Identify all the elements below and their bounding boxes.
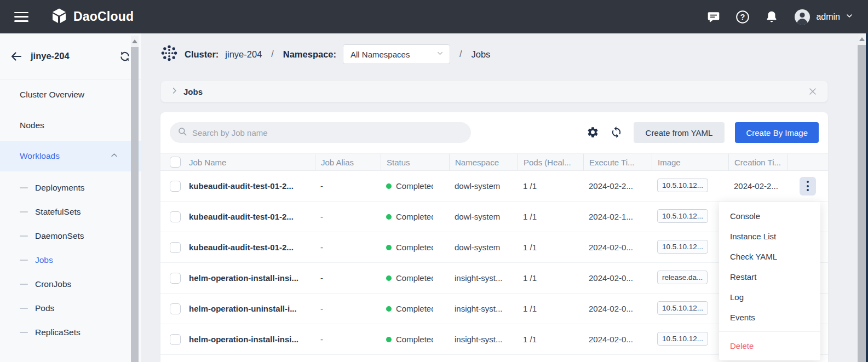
select-all-checkbox[interactable] [170,157,181,168]
dash-icon [20,211,28,212]
search-icon [177,127,187,139]
sidebar-item-statefulsets[interactable]: StatefulSets [0,200,141,224]
status-text: Completed [396,243,433,252]
status-text: Completed [396,335,433,344]
table-row: kubeaudit-audit-test-01-2... - Completed… [160,171,828,202]
sidebar-item-replicasets[interactable]: ReplicaSets [0,320,141,344]
cluster-dots-icon [160,44,178,64]
namespace-label: Namespace: [283,49,336,60]
row-checkbox[interactable] [170,242,181,253]
menu-item-check-yaml[interactable]: Check YAML [719,246,820,267]
status-text: Completed [396,181,433,191]
daocloud-logo-icon [50,7,68,27]
col-image: Image [652,154,728,170]
brand: DaoCloud [50,7,134,27]
create-by-image-button[interactable]: Create By Image [735,122,819,143]
topbar: DaoCloud ? [0,0,868,33]
sidebar-item-daemonsets[interactable]: DaemonSets [0,224,141,248]
search-box[interactable] [170,122,471,143]
job-name-link[interactable]: kubeaudit-audit-test-01-2... [189,181,294,191]
cluster-value: jinye-204 [225,49,262,60]
sidebar-item-cronjobs[interactable]: CronJobs [0,272,141,296]
row-checkbox[interactable] [170,303,181,314]
row-checkbox[interactable] [170,181,181,192]
close-icon[interactable] [807,86,818,97]
table-header: Job Name Job Alias Status Namespace Pods… [160,153,828,171]
status-dot [386,183,392,189]
page-scrollbar[interactable] [858,33,866,362]
user-menu[interactable]: admin [794,8,854,26]
svg-text:?: ? [740,12,745,21]
search-input[interactable] [192,128,463,137]
job-name-link[interactable]: helm-operation-uninstall-i... [189,304,297,313]
job-name-link[interactable]: helm-operation-install-insi... [189,335,298,344]
status-text: Completed [396,212,433,221]
avatar[interactable] [794,8,811,26]
sidebar-scrollbar[interactable] [131,36,139,362]
tab-title: Jobs [183,87,203,96]
col-job-name: Job Name [189,158,226,167]
breadcrumb-page: Jobs [471,49,490,60]
breadcrumb-separator: / [271,49,273,59]
switch-cluster-icon[interactable] [118,50,131,63]
toolbar: Create from YAML Create By Image [160,112,828,143]
sidebar-item-pods[interactable]: Pods [0,296,141,320]
job-name-link[interactable]: helm-operation-install-insi... [189,273,298,283]
sidebar-header: jinye-204 [0,33,141,79]
sidebar-item-jobs[interactable]: Jobs [0,248,141,272]
sidebar-item-nodes[interactable]: Nodes [0,110,141,141]
window-edge-strip [866,33,868,362]
col-pods: Pods (Heal... [518,154,583,170]
settings-gear-icon[interactable] [587,126,600,139]
menu-item-instance-list[interactable]: Instance List [719,226,820,246]
namespace-select[interactable]: All Namespaces [343,44,450,64]
jobs-tab-bar[interactable]: Jobs [160,81,828,102]
job-name-link[interactable]: kubeaudit-audit-test-01-2... [189,243,294,252]
menu-item-restart[interactable]: Restart [719,267,820,287]
sidebar-item-cluster-overview[interactable]: Cluster Overview [0,79,141,110]
col-actions [787,154,828,170]
dash-icon [20,332,28,333]
row-checkbox[interactable] [170,211,181,222]
menu-item-console[interactable]: Console [719,206,820,226]
col-execute-time: Execute Ti... [583,154,652,170]
image-tag: 10.5.10.12... [657,301,708,315]
chat-icon[interactable] [706,10,721,24]
app-window: DaoCloud ? [0,0,868,362]
col-status: Status [381,154,449,170]
image-tag: 10.5.10.12... [657,332,708,346]
menu-item-delete[interactable]: Delete [719,336,820,356]
sidebar-item-workloads[interactable]: Workloads [0,141,141,171]
topbar-actions: ? admin [706,8,854,26]
row-checkbox[interactable] [170,334,181,345]
image-tag: 10.5.10.12... [657,240,708,254]
create-from-yaml-button[interactable]: Create from YAML [634,122,725,143]
image-tag: 10.5.10.12... [657,179,708,192]
brand-name: DaoCloud [73,9,134,24]
job-name-link[interactable]: kubeaudit-audit-test-01-2... [189,212,294,221]
row-checkbox[interactable] [170,273,181,284]
scroll-up-icon[interactable] [859,37,865,41]
namespace-select-value: All Namespaces [350,50,410,59]
help-icon[interactable]: ? [735,10,750,24]
status-text: Completed [396,273,433,283]
chevron-down-icon[interactable] [845,12,854,22]
status-dot [386,275,392,281]
back-arrow-icon[interactable] [10,50,23,63]
row-actions-kebab-icon[interactable] [800,177,816,196]
scroll-up-icon[interactable] [132,39,137,43]
refresh-icon[interactable] [610,126,623,139]
dash-icon [20,284,28,285]
scrollbar-thumb[interactable] [131,47,139,362]
sidebar-item-deployments[interactable]: Deployments [0,176,141,200]
dash-icon [20,187,28,188]
menu-item-events[interactable]: Events [719,307,820,327]
row-context-menu: Console Instance List Check YAML Restart… [719,202,820,360]
status-dot [386,245,392,250]
chevron-up-icon [110,151,118,162]
status-dot [386,306,392,312]
bell-icon[interactable] [764,10,779,24]
menu-icon[interactable] [14,12,28,22]
menu-item-log[interactable]: Log [719,287,820,307]
scrollbar-thumb[interactable] [858,45,866,362]
